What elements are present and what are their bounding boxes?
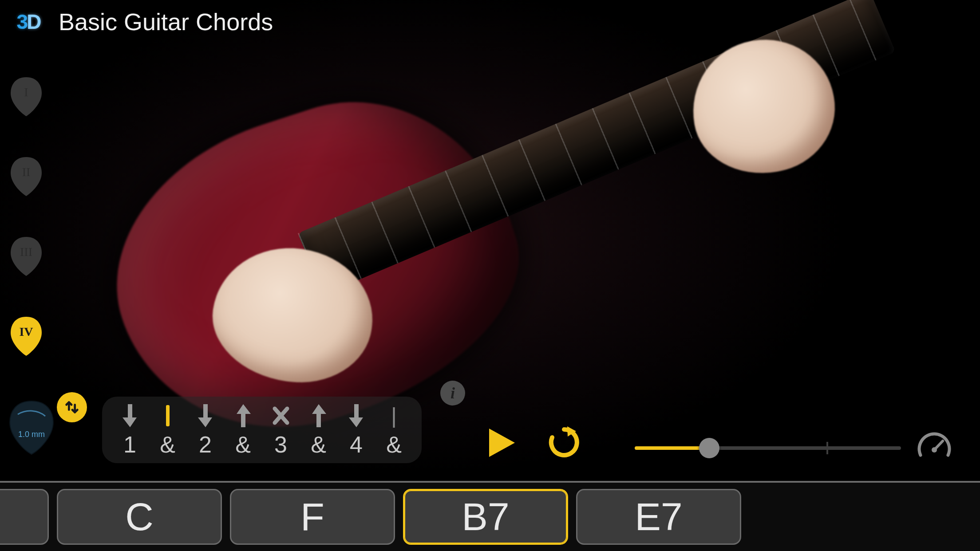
strum-beat-4[interactable]: 4 xyxy=(340,402,372,458)
tempo-thumb[interactable] xyxy=(699,438,719,458)
strum-accent-bar-icon xyxy=(158,402,178,429)
chord-b7[interactable]: B7 xyxy=(403,489,568,545)
camera-view-2[interactable]: II xyxy=(9,155,43,197)
svg-line-2 xyxy=(934,441,943,450)
info-button[interactable]: i xyxy=(440,381,465,405)
chord-label: C xyxy=(125,494,154,539)
chord-bar[interactable]: C F B7 E7 xyxy=(0,481,980,551)
tempo-fill xyxy=(635,446,709,450)
tempo-track xyxy=(635,446,901,450)
camera-view-3[interactable]: III xyxy=(9,235,43,277)
strum-beat-4and[interactable]: | & xyxy=(378,402,410,458)
camera-view-4[interactable]: IV xyxy=(9,315,43,357)
chord-prev-partial[interactable] xyxy=(0,489,49,545)
camera-view-1[interactable]: I xyxy=(9,75,43,117)
chord-label: B7 xyxy=(462,494,510,539)
speedometer-icon xyxy=(915,428,953,466)
beat-label: & xyxy=(311,431,326,458)
beat-label: 3 xyxy=(274,431,287,458)
app-logo-3d: 3D xyxy=(8,8,49,35)
strum-down-icon xyxy=(196,402,215,429)
strum-rest-icon: | xyxy=(391,402,397,429)
strum-down-icon xyxy=(347,402,366,429)
strum-up-icon xyxy=(309,402,328,429)
info-icon: i xyxy=(450,384,455,402)
camera-view-label: IV xyxy=(19,325,33,339)
app-header: 3D Basic Guitar Chords xyxy=(8,8,273,35)
beat-label: 2 xyxy=(199,431,212,458)
chord-label: F xyxy=(300,494,324,539)
chord-label: E7 xyxy=(635,494,683,539)
guitar-3d-viewport[interactable] xyxy=(0,0,980,551)
strum-beat-2[interactable]: 2 xyxy=(190,402,221,458)
beat-label: 4 xyxy=(350,431,363,458)
chord-f[interactable]: F xyxy=(230,489,395,545)
chord-c[interactable]: C xyxy=(57,489,222,545)
camera-view-label: III xyxy=(20,245,32,259)
beat-label: & xyxy=(235,431,251,458)
strum-pattern-panel: 1 & 2 & 3 & 4 | & xyxy=(102,397,422,463)
strum-down-icon xyxy=(120,402,140,429)
strum-beat-2and[interactable]: & xyxy=(227,402,259,458)
play-button[interactable] xyxy=(483,425,518,460)
beat-label: & xyxy=(386,431,402,458)
logo-3: 3 xyxy=(17,10,27,34)
swap-vertical-icon xyxy=(63,399,80,416)
tempo-slider[interactable] xyxy=(635,439,901,457)
loop-button[interactable] xyxy=(547,425,581,460)
svg-rect-0 xyxy=(166,405,170,426)
speedometer-button[interactable] xyxy=(915,428,953,466)
camera-view-label: I xyxy=(24,85,28,99)
camera-view-tabs: I II III IV xyxy=(9,75,43,357)
loop-icon xyxy=(547,425,581,460)
plectrum-selector[interactable]: 1.0 mm xyxy=(7,398,56,456)
strum-order-toggle[interactable] xyxy=(57,392,87,422)
strum-mute-icon xyxy=(271,402,291,429)
play-icon xyxy=(483,425,518,460)
beat-label: & xyxy=(160,431,175,458)
camera-view-label: II xyxy=(22,165,31,179)
tempo-default-tick xyxy=(826,442,828,454)
plectrum-thickness: 1.0 mm xyxy=(7,430,56,439)
chord-e7[interactable]: E7 xyxy=(576,489,741,545)
strum-up-icon xyxy=(233,402,253,429)
strum-beat-1and[interactable]: & xyxy=(152,402,184,458)
strum-beat-3and[interactable]: & xyxy=(303,402,335,458)
strum-beat-1[interactable]: 1 xyxy=(114,402,146,458)
logo-d: D xyxy=(27,10,40,34)
strum-beat-3[interactable]: 3 xyxy=(265,402,297,458)
page-title: Basic Guitar Chords xyxy=(59,8,273,35)
beat-label: 1 xyxy=(123,431,136,458)
